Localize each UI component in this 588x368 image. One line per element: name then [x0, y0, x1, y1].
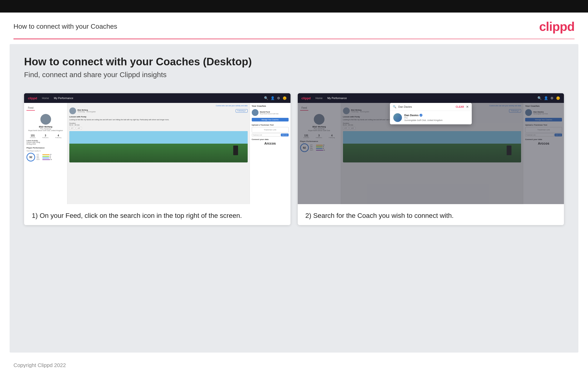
mock-post-info: Blair McHarg Yesterday · Sunningdale	[78, 109, 96, 112]
mock-golf-scene	[69, 131, 248, 162]
user-icon-2: 👤	[544, 96, 548, 100]
result-name: Dan Davies ✓	[404, 114, 443, 117]
mock-logo-2: clippd	[302, 96, 311, 100]
screenshot-panel-2: clippd Home My Performance 🔍 👤 ⚙ 🌞 Feed	[298, 93, 564, 225]
search-icon-2[interactable]: 🔍	[537, 96, 542, 100]
mock-nav-home: Home	[42, 97, 49, 100]
mock-nav-icons: 🔍 👤 ⚙ 🌞	[264, 96, 287, 100]
coach-name: David Ford	[260, 111, 279, 113]
header-divider	[13, 38, 575, 39]
search-bar: 🔍 Dan Davies CLEAR ✕	[390, 103, 472, 111]
search-bar-icon: 🔍	[393, 105, 396, 109]
settings-icon: ⚙	[277, 96, 280, 100]
mock-nav-icons-2: 🔍 👤 ⚙ 🌞	[537, 96, 560, 100]
mock-latest-activity: Latest Activity Lesson with Fordy 03 Aug…	[26, 140, 65, 145]
mock-score-circle: 92	[26, 153, 35, 161]
profile-avatar-icon: 🌞	[282, 96, 287, 100]
mock-coach-item: David Ford Royal North Devon Golf Club	[252, 109, 289, 116]
main-content: How to connect with your Coaches (Deskto…	[10, 44, 578, 353]
settings-icon-2: ⚙	[551, 96, 553, 100]
mock-duration: Duration01 hr : 30 min	[69, 122, 248, 126]
result-club: Sunningdale Golf Club, United Kingdom	[404, 119, 443, 121]
trackman-link-input[interactable]: Trackman Link	[252, 134, 281, 136]
mock-sidebar-1: Feed Blair McHarg Plus Handicap Royal No…	[24, 103, 67, 204]
trackman-box: Trackman Link	[252, 127, 289, 133]
verified-badge: ✓	[420, 114, 422, 117]
mock-followers: 3 Followers	[42, 134, 49, 138]
coach-club: Royal North Devon Golf Club	[260, 113, 279, 114]
mock-ui-2: clippd Home My Performance 🔍 👤 ⚙ 🌞 Feed	[298, 93, 564, 204]
coach-avatar	[252, 109, 258, 116]
caption-2: 2) Search for the Coach you wish to conn…	[298, 204, 564, 225]
mock-sidebar-2: Feed Blair McHarg Plus Handicap Royal No…	[298, 103, 341, 204]
add-link-button[interactable]: Add Link	[281, 134, 288, 136]
page-heading: How to connect with your Coaches (Deskto…	[24, 56, 564, 68]
caption-1: 1) On your Feed, click on the search ico…	[24, 204, 290, 225]
page-title: How to connect with your Coaches	[13, 23, 117, 30]
profile-avatar-icon-2: 🌞	[556, 96, 560, 100]
mock-nav-2: clippd Home My Performance 🔍 👤 ⚙ 🌞	[298, 93, 564, 103]
mock-ui-1: clippd Home My Performance 🔍 👤 ⚙ 🌞 Feed	[24, 93, 290, 204]
mock-nav-performance-2: My Performance	[327, 97, 347, 100]
result-info: Dan Davies ✓ Pro Sunningdale Golf Club, …	[404, 114, 443, 121]
post-title: Lesson with Fordy	[69, 116, 248, 118]
caption-text-1: 1) On your Feed, click on the search ico…	[32, 211, 283, 220]
search-icon[interactable]: 🔍	[264, 96, 268, 100]
footer: Copyright Clippd 2022	[0, 357, 588, 368]
mock-avatar-1	[40, 114, 51, 125]
off-button[interactable]: OTT	[69, 127, 75, 130]
mock-stats: 131 Activities 3 Followers 4 Following	[26, 134, 65, 138]
clippd-logo: clippd	[539, 19, 575, 34]
connect-title: Connect your data	[252, 138, 289, 140]
top-bar	[0, 0, 588, 12]
page-subheading: Find, connect and share your Clippd insi…	[24, 71, 564, 79]
screenshot-panel-1: clippd Home My Performance 🔍 👤 ⚙ 🌞 Feed	[24, 93, 290, 225]
mock-action-btns: OTT APP	[69, 127, 248, 130]
search-result[interactable]: Dan Davies ✓ Pro Sunningdale Golf Club, …	[390, 111, 472, 124]
mock-nav-1: clippd Home My Performance 🔍 👤 ⚙ 🌞	[24, 93, 290, 103]
mock-right-sidebar: Your Coaches David Ford Royal North Devo…	[250, 103, 290, 204]
mock-club: Royal North Devon Golf Club, United King…	[26, 130, 65, 131]
mock-avatar-img	[40, 114, 51, 125]
screenshots-row: clippd Home My Performance 🔍 👤 ⚙ 🌞 Feed	[24, 93, 564, 225]
mock-bars: OTT 90 APP 85	[37, 154, 52, 160]
close-search-button[interactable]: ✕	[466, 105, 469, 109]
result-role: Pro	[404, 117, 443, 119]
header: How to connect with your Coaches clippd	[0, 12, 588, 38]
coaches-title: Your Coaches	[252, 105, 289, 107]
mock-handicap: Plus Handicap	[26, 128, 65, 130]
caption-text-2: 2) Search for the Coach you wish to conn…	[306, 211, 556, 220]
upload-title: Upload a Trackman Test	[252, 124, 289, 126]
arccos-label: Arccos	[252, 141, 289, 145]
mock-nav-home-2: Home	[316, 97, 323, 100]
search-overlay: 🔍 Dan Davies CLEAR ✕ Dan Davies ✓ Pro	[390, 103, 472, 124]
search-input[interactable]: Dan Davies	[398, 105, 454, 108]
user-icon: 👤	[271, 96, 275, 100]
mock-feed-tab: Feed	[26, 106, 35, 110]
following-button[interactable]: Following ▾	[236, 109, 248, 112]
result-avatar	[393, 113, 402, 122]
mock-post-header: Blair McHarg Yesterday · Sunningdale Fol…	[69, 108, 248, 114]
manage-coaches-button[interactable]: Manage Your Coaches	[252, 118, 289, 121]
mock-logo: clippd	[28, 96, 37, 100]
app-button[interactable]: APP	[76, 127, 82, 130]
mock-feed-tab-2: Feed	[300, 106, 308, 110]
mock-golfer	[233, 146, 238, 155]
mock-body-1: Feed Blair McHarg Plus Handicap Royal No…	[24, 103, 290, 204]
mock-nav-performance: My Performance	[54, 97, 73, 100]
mock-following: 4 Following	[55, 134, 61, 138]
mock-activities: 131 Activities	[30, 134, 36, 138]
clear-button[interactable]: CLEAR	[456, 106, 464, 108]
mock-profile-name: Blair McHarg	[26, 126, 65, 128]
mock-center-feed: Control who can see your activity and da…	[67, 103, 250, 204]
copyright: Copyright Clippd 2022	[13, 362, 66, 368]
post-avatar	[69, 108, 76, 114]
mock-photo-area	[69, 131, 248, 162]
mock-post-text: Looking to feel like my hands are exitin…	[69, 119, 248, 121]
mock-profile-card: Blair McHarg Plus Handicap Royal North D…	[26, 112, 65, 133]
mock-performance: Player Performance Total Player Quality …	[26, 147, 65, 161]
add-link-row: Trackman Link Add Link	[252, 134, 289, 136]
